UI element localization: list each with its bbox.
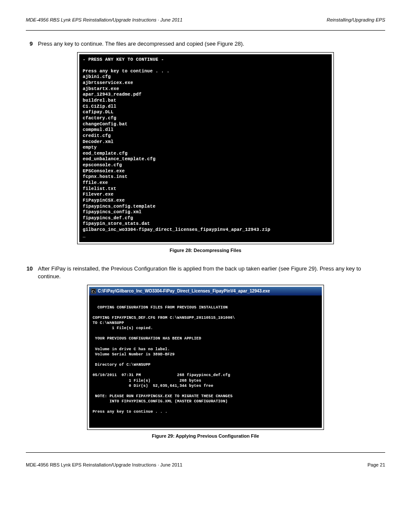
terminal-output-1: - PRESS ANY KEY TO CONTINUE - Press any … [79,54,332,243]
page-footer: MDE-4956 RBS Lynk EPS Reinstallation/Upg… [26,462,385,467]
header-right: Reinstalling/Upgrading EPS [327,17,385,22]
text-prefix: Press any key to continue. The files are… [38,40,217,47]
figure-29-label: Figure 29: Applying Previous Configurati… [26,433,385,439]
figure-28-label: Figure 28: Decompressing Files [26,248,385,253]
window-titlebar: C\ C:\FiPay\Gilbarco_Inc_WO3304-FiPay_Di… [89,287,322,296]
svg-text:C\: C\ [92,290,95,293]
text-suffix: ). [241,40,244,47]
cmd-icon: C\ [91,289,96,294]
step-text: After FiPay is reinstalled, the Previous… [38,265,385,280]
footer-right: Page 21 [367,462,385,467]
figure-28-frame: - PRESS ANY KEY TO CONTINUE - Press any … [77,52,334,245]
step-10: 10 After FiPay is reinstalled, the Previ… [26,265,385,280]
step-text: Press any key to continue. The files are… [38,40,385,48]
figure-29-frame: C\ C:\FiPay\Gilbarco_Inc_WO3304-FiPay_Di… [87,285,324,430]
titlebar-text: C:\FiPay\Gilbarco_Inc_WO3304-FiPay_Direc… [98,289,270,293]
header-left: MDE-4956 RBS Lynk EPS Reinstallation/Upg… [26,17,183,22]
footer-rule [26,452,385,453]
text-part1: After FiPay is reinstalled, the Previous… [38,265,291,272]
terminal-output-2: COPYING CONFIGURATION FILES FROM PREVIOU… [89,296,322,428]
header-rule [26,30,385,31]
step-number: 9 [26,40,33,48]
step-9: 9 Press any key to continue. The files a… [26,40,385,48]
footer-left: MDE-4956 RBS Lynk EPS Reinstallation/Upg… [26,462,182,467]
figure-link-28[interactable]: Figure 28 [217,40,241,47]
figure-link-29[interactable]: Figure 29 [291,265,314,272]
step-number: 10 [26,265,33,273]
page-header: MDE-4956 RBS Lynk EPS Reinstallation/Upg… [26,17,385,22]
